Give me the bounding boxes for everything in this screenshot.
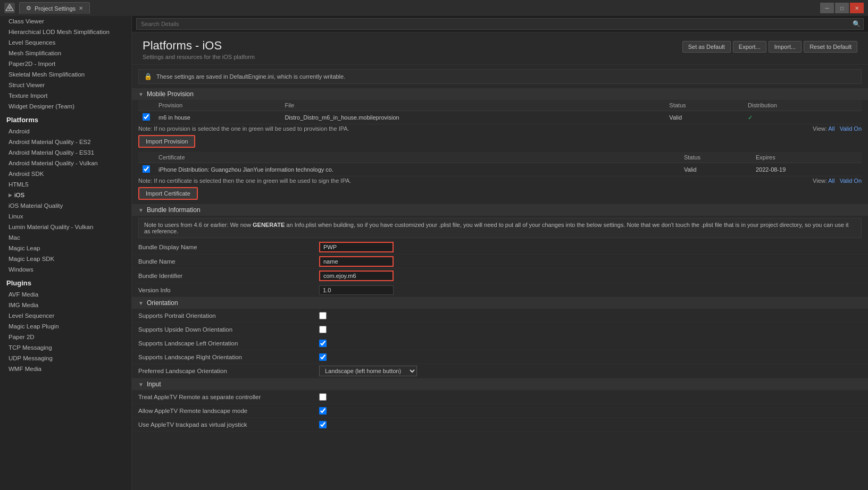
provision-col-file: File [280,100,665,111]
orientation-field-label: Supports Landscape Right Orientation [138,354,319,360]
cert-view-all[interactable]: All [828,178,834,184]
content-area: 🔍 Platforms - iOS Settings and resources… [132,16,868,490]
mobile-provision-content: Provision File Status Distribution m6 in… [132,100,868,150]
search-input[interactable] [136,18,864,30]
input-checkbox[interactable] [319,393,327,401]
orientation-field-label: Preferred Landscape Orientation [138,368,319,374]
input-section-header[interactable]: ▼ Input [132,378,868,390]
close-tab-button[interactable]: ✕ [79,5,83,11]
bundle-field-value [319,285,862,295]
sidebar-platform-android-material-quality---es31[interactable]: Android Material Quality - ES31 [0,147,131,158]
provision-view-label: View: [813,125,827,132]
sidebar-plugin-udp-messaging[interactable]: UDP Messaging [0,353,131,364]
sidebar-platform-html5[interactable]: HTML5 [0,179,131,190]
sidebar-item[interactable]: Paper2D - Import [0,58,131,69]
sidebar-plugin-tcp-messaging[interactable]: TCP Messaging [0,342,131,353]
bundle-info-title: Bundle Information [147,206,201,214]
sidebar-item-label: iOS [14,192,24,198]
cert-note-row: Note: If no certificate is selected then… [132,176,868,185]
provision-distribution: ✓ [744,111,862,124]
set-as-default-button[interactable]: Set as Default [682,41,731,53]
provision-view-all[interactable]: All [828,125,834,132]
sidebar-item[interactable]: Level Sequences [0,37,131,48]
provision-view-valid[interactable]: Valid On [840,125,862,132]
sidebar-item[interactable]: Widget Designer (Team) [0,101,131,112]
sidebar-item[interactable]: Mesh Simplification [0,48,131,58]
import-certificate-button[interactable]: Import Certificate [138,187,198,200]
project-settings-tab[interactable]: ⚙ Project Settings ✕ [19,2,90,14]
orientation-field-row: Supports Landscape Right Orientation [132,350,868,364]
cert-view-links: View: All Valid On [813,178,862,184]
input-checkbox[interactable] [319,407,327,415]
sidebar-platform-ios[interactable]: ▶iOS [0,190,131,200]
cert-table: Certificate Status Expires iPhone Distri… [138,152,862,176]
bundle-field-input[interactable] [319,271,394,281]
bundle-field-value [319,271,862,281]
orientation-field-row: Supports Portrait Orientation [132,309,868,323]
orientation-checkbox[interactable] [319,353,327,361]
bundle-field-input[interactable] [319,285,394,295]
sidebar-platform-android-material-quality---vulkan[interactable]: Android Material Quality - Vulkan [0,158,131,168]
sidebar-plugin-img-media[interactable]: IMG Media [0,300,131,310]
cert-checkbox[interactable] [143,165,150,173]
sidebar-platform-windows[interactable]: Windows [0,264,131,275]
sidebar-platform-ios-material-quality[interactable]: iOS Material Quality [0,200,131,211]
preferred-landscape-select[interactable]: Landscape (left home button)Landscape (r… [319,366,417,376]
cert-checkbox-cell [138,163,154,176]
maximize-button[interactable]: □ [835,3,849,13]
sidebar-plugin-magic-leap-plugin[interactable]: Magic Leap Plugin [0,321,131,332]
provision-name: m6 in house [154,111,280,124]
orientation-checkbox[interactable] [319,340,327,347]
sidebar-item[interactable]: Hierarchical LOD Mesh Simplification [0,27,131,37]
close-window-button[interactable]: ✕ [850,3,864,13]
orientation-checkbox[interactable] [319,326,327,333]
sidebar-platform-lumin-material-quality---vulkan[interactable]: Lumin Material Quality - Vulkan [0,222,131,232]
sidebar-platform-android[interactable]: Android [0,126,131,137]
main-layout: Class ViewerHierarchical LOD Mesh Simpli… [0,16,868,490]
input-checkbox[interactable] [319,421,327,428]
sidebar-item[interactable]: Struct Viewer [0,80,131,90]
sidebar-platform-magic-leap[interactable]: Magic Leap [0,243,131,254]
provision-checkbox-cell [138,111,154,124]
export-button[interactable]: Export... [733,41,766,53]
sidebar-plugin-avf-media[interactable]: AVF Media [0,289,131,300]
sidebar-platform-android-sdk[interactable]: Android SDK [0,168,131,179]
import-button[interactable]: Import... [769,41,802,53]
provision-checkbox[interactable] [143,113,150,121]
orientation-field-row: Supports Upside Down Orientation [132,323,868,336]
sidebar: Class ViewerHierarchical LOD Mesh Simpli… [0,16,132,490]
orientation-field-row: Preferred Landscape Orientation Landscap… [132,364,868,378]
sidebar-plugin-wmf-media[interactable]: WMF Media [0,364,131,374]
sidebar-plugin-level-sequencer[interactable]: Level Sequencer [0,310,131,321]
cert-status: Valid [680,163,752,176]
sidebar-item[interactable]: Skeletal Mesh Simplification [0,69,131,80]
reset-to-default-button[interactable]: Reset to Default [804,41,857,53]
provision-col-check [138,100,154,111]
bundle-field-input[interactable] [319,256,394,267]
minimize-button[interactable]: ─ [820,3,834,13]
sidebar-item[interactable]: Texture Import [0,90,131,101]
input-field-row: Use AppleTV trackpad as virtual joystick [132,418,868,432]
app-logo [4,3,15,13]
sidebar-item-label: Magic Leap [9,245,40,251]
cert-view-valid[interactable]: Valid On [840,178,862,184]
cert-name: iPhone Distribution: Guangzhou JianYue i… [154,163,680,176]
bundle-field-input[interactable] [319,242,394,252]
sidebar-item[interactable]: Class Viewer [0,16,131,27]
orientation-checkbox[interactable] [319,312,327,319]
orientation-section-header[interactable]: ▼ Orientation [132,297,868,309]
sidebar-plugin-paper-2d[interactable]: Paper 2D [0,332,131,342]
mobile-provision-section-header[interactable]: ▼ Mobile Provision [132,88,868,100]
cert-col-expires: Expires [752,152,862,163]
bundle-field-label: Bundle Display Name [138,244,319,250]
sidebar-platform-mac[interactable]: Mac [0,232,131,243]
sidebar-platform-magic-leap-sdk[interactable]: Magic Leap SDK [0,254,131,264]
sidebar-item-label: Windows [9,266,34,273]
sidebar-platform-android-material-quality---es2[interactable]: Android Material Quality - ES2 [0,137,131,147]
mobile-provision-title: Mobile Provision [147,90,194,98]
search-icon[interactable]: 🔍 [853,20,861,28]
import-provision-button[interactable]: Import Provision [138,135,195,148]
bundle-info-section-header[interactable]: ▼ Bundle Information [132,204,868,216]
input-field-label: Allow AppleTV Remote landscape mode [138,408,319,414]
sidebar-platform-linux[interactable]: Linux [0,211,131,222]
